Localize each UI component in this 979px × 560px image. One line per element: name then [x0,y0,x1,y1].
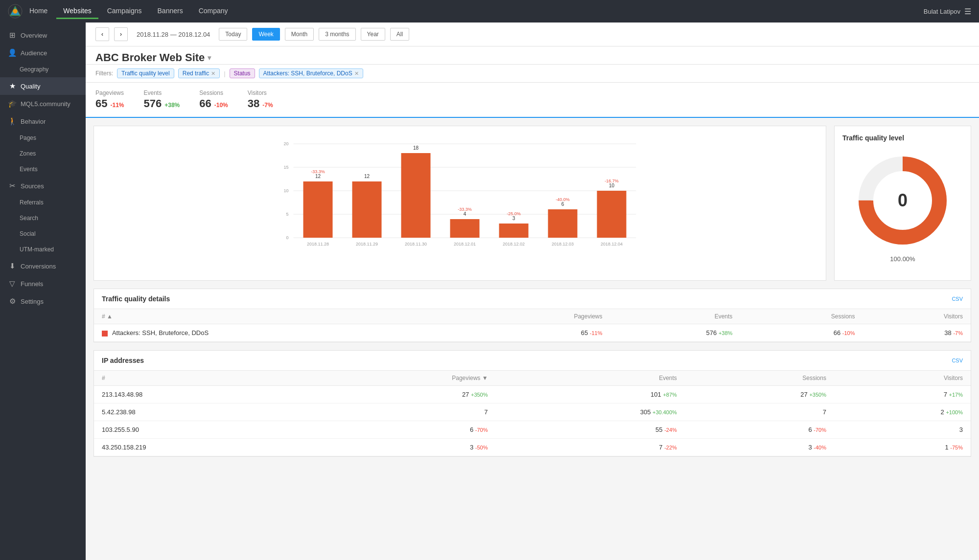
filters-label: Filters: [95,70,113,77]
svg-text:-16.7%: -16.7% [605,179,619,183]
quality-col-events: Events [610,309,740,324]
events-delta: +38% [164,102,180,109]
svg-text:2018.11.30: 2018.11.30 [405,242,427,246]
stats-row: Pageviews 65 -11% Events 576 +38% Sessio… [86,83,979,118]
sidebar-item-quality[interactable]: ★ Quality [0,77,86,95]
nav-banners[interactable]: Banners [151,4,190,19]
sidebar-item-conversions[interactable]: ⬇ Conversions [0,257,86,275]
mql5-icon: 🎓 [8,99,17,108]
topnav-user: Bulat Latipov ☰ [924,7,971,16]
pageviews-delta: -11% [110,102,124,109]
svg-text:0: 0 [286,235,288,240]
sidebar-item-overview[interactable]: ⊞ Overview [0,26,86,44]
sidebar-item-utm[interactable]: UTM-marked [0,242,86,257]
filter-tag-quality[interactable]: Traffic quality level [117,68,174,78]
topnav-links: Home Websites Campaigns Banners Company [23,4,924,19]
filters-bar: Filters: Traffic quality level Red traff… [86,65,979,83]
bar-chart: 20 15 10 5 0 12 -33.3% 2018.11.28 12 201… [102,134,818,271]
quality-table-card: Traffic quality details CSV # ▲ Pageview… [93,289,971,342]
sidebar-item-social[interactable]: Social [0,226,86,242]
sidebar-item-behavior[interactable]: 🚶 Behavior [0,112,86,130]
quality-row-events: 576 +38% [610,324,740,342]
ip-row-4-ip: 43.250.158.219 [94,439,310,456]
period-3months-button[interactable]: 3 months [319,28,355,41]
ip-row-1-pv: 27 +350% [310,386,495,403]
period-week-button[interactable]: Week [252,28,280,41]
donut-svg-wrap: 0 [854,152,952,249]
sidebar-item-settings[interactable]: ⚙ Settings [0,292,86,310]
ip-row-3-se: 6 -70% [685,421,834,439]
ip-row-4-ev: 7 -22% [496,439,685,456]
stat-visitors: Visitors 38 -7% [248,90,273,110]
sidebar-item-zones[interactable]: Zones [0,146,86,161]
svg-text:10: 10 [609,183,615,188]
ip-row-4-se: 3 -40% [685,439,834,456]
ip-row-2-vi: 2 +100% [834,403,971,421]
next-period-button[interactable]: › [114,27,128,41]
bar-4 [450,219,480,238]
sidebar-item-audience[interactable]: 👤 Audience [0,44,86,62]
filter-tag-redtraffic[interactable]: Red traffic ✕ [178,68,220,78]
prev-period-button[interactable]: ‹ [95,27,109,41]
tables-section: Traffic quality details CSV # ▲ Pageview… [86,289,979,472]
user-menu-icon[interactable]: ☰ [964,7,971,16]
svg-text:2018.11.29: 2018.11.29 [356,242,378,246]
sidebar-item-referrals[interactable]: Referrals [0,195,86,210]
sidebar-item-funnels[interactable]: ▽ Funnels [0,275,86,292]
svg-text:2018.12.02: 2018.12.02 [503,242,525,246]
ip-col-hash: # [94,371,310,386]
filter-tag-attackers[interactable]: Attackers: SSH, Bruteforce, DDoS ✕ [259,68,363,78]
svg-text:2018.12.03: 2018.12.03 [552,242,574,246]
svg-text:-40.0%: -40.0% [556,197,570,202]
sidebar-item-geography[interactable]: Geography [0,62,86,77]
quality-row-pageviews: 65 -11% [473,324,610,342]
sidebar-item-mql5[interactable]: 🎓 MQL5.community [0,95,86,112]
nav-company[interactable]: Company [192,4,235,19]
logo-icon [8,4,23,19]
filter-tag-status[interactable]: Status [230,68,255,78]
sidebar-item-search[interactable]: Search [0,210,86,226]
stat-events: Events 576 +38% [144,90,180,110]
sidebar-item-events[interactable]: Events [0,161,86,177]
topnav: Home Websites Campaigns Banners Company … [0,0,979,22]
ip-col-pageviews[interactable]: Pageviews ▼ [310,371,495,386]
quality-icon: ★ [8,82,17,90]
quality-col-sessions: Sessions [740,309,862,324]
ip-row-1-se: 27 +350% [685,386,834,403]
donut-center-value: 0 [898,190,908,211]
site-title[interactable]: ABC Broker Web Site ▾ [95,51,969,64]
ip-col-sessions: Sessions [685,371,834,386]
overview-icon: ⊞ [8,31,17,40]
table-row: 213.143.48.98 27 +350% 101 +87% 27 +350%… [94,386,971,403]
bar-5 [499,224,529,238]
nav-home[interactable]: Home [23,4,54,19]
ip-row-1-ip: 213.143.48.98 [94,386,310,403]
filter-close-attackers[interactable]: ✕ [354,70,359,77]
nav-websites[interactable]: Websites [56,4,98,19]
ip-table-title: IP addresses [102,357,144,364]
period-all-button[interactable]: All [390,28,409,41]
site-dropdown-icon[interactable]: ▾ [208,54,211,62]
ip-row-4-pv: 3 -50% [310,439,495,456]
chart-container: 20 15 10 5 0 12 -33.3% 2018.11.28 12 201… [93,126,826,281]
header-bar: ‹ › 2018.11.28 — 2018.12.04 Today Week M… [86,22,979,46]
ip-csv-button[interactable]: CSV [952,358,963,363]
quality-csv-button[interactable]: CSV [952,296,963,302]
date-range: 2018.11.28 — 2018.12.04 [137,31,210,38]
sidebar-item-pages[interactable]: Pages [0,130,86,146]
sidebar-item-sources[interactable]: ✂ Sources [0,177,86,195]
svg-text:15: 15 [283,165,288,170]
conversions-icon: ⬇ [8,262,17,270]
svg-text:4: 4 [464,211,466,217]
quality-table: # ▲ Pageviews Events Sessions Visitors A… [94,309,971,342]
nav-campaigns[interactable]: Campaigns [100,4,149,19]
ip-row-3-vi: 3 [834,421,971,439]
period-today-button[interactable]: Today [219,28,247,41]
sessions-delta: -10% [214,102,228,109]
period-month-button[interactable]: Month [285,28,314,41]
content-area: 20 15 10 5 0 12 -33.3% 2018.11.28 12 201… [86,118,979,289]
ip-col-visitors: Visitors [834,371,971,386]
period-year-button[interactable]: Year [361,28,385,41]
filter-close-redtraffic[interactable]: ✕ [211,70,215,77]
ip-table: # Pageviews ▼ Events Sessions Visitors 2… [94,371,971,456]
